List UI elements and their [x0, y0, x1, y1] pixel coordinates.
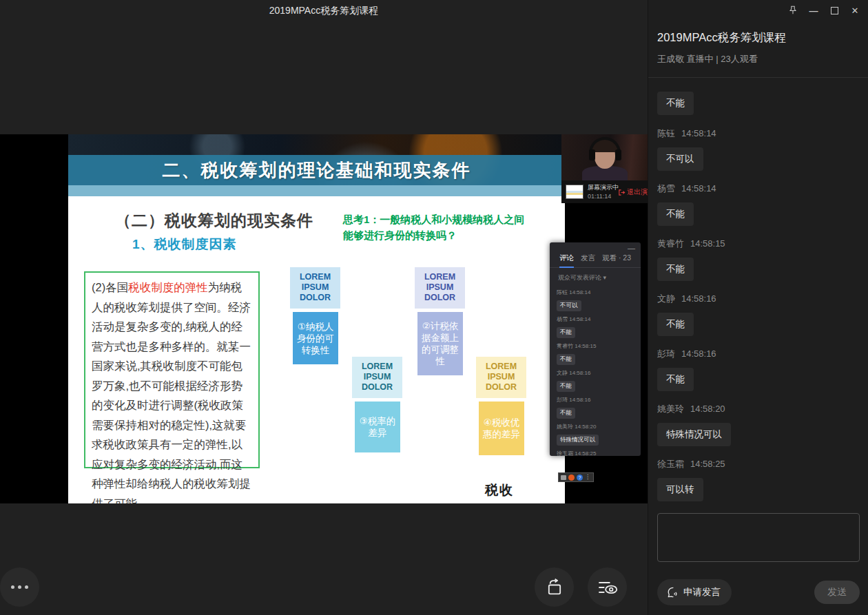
overlay-comment-permission-dropdown[interactable]: 观众可发表评论 ▾ — [550, 268, 641, 285]
more-options-button[interactable] — [0, 567, 39, 607]
chat-message-meta: 彭琦14:58:16 — [657, 348, 860, 360]
pin-icon[interactable] — [788, 6, 798, 15]
chat-message: 黄睿竹14:58:15 不能 — [657, 238, 860, 281]
overlay-message-bubble: 不能 — [557, 408, 575, 419]
overlay-tab-comments[interactable]: 评论 — [559, 253, 574, 263]
chat-bubble: 特殊情况可以 — [657, 423, 731, 446]
attendee-view-button[interactable] — [588, 567, 627, 607]
request-to-speak-button[interactable]: 申请发言 — [657, 579, 732, 605]
panel-divider — [648, 77, 868, 78]
chevron-down-icon: ▾ — [603, 274, 607, 281]
chat-bubble: 不能 — [657, 313, 694, 336]
send-label: 发送 — [827, 586, 847, 598]
overlay-minimize-button[interactable]: — — [628, 244, 635, 252]
overlay-message-bubble: 不可以 — [557, 300, 581, 311]
course-title: 2019MPAcc税务筹划课程 — [657, 30, 786, 45]
overlay-message-meta: 陈钰 14:58:14 — [557, 289, 634, 296]
chat-timestamp: 14:58:14 — [681, 183, 716, 194]
switch-screen-button[interactable] — [535, 567, 574, 607]
overlay-message-meta: 黄睿竹 14:58:15 — [557, 342, 634, 350]
overlay-message-bubble: 不能 — [557, 327, 575, 338]
overlay-message: 文静 14:58:16 不能 — [557, 369, 634, 394]
paragraph-highlight: 税收制度的弹性 — [128, 281, 208, 293]
overlay-notice-label: 观众可发表评论 — [558, 274, 601, 281]
chat-sender-name: 姚美玲 — [657, 404, 684, 414]
overlay-message-bubble: 不能 — [557, 354, 575, 365]
overlay-message: 姚美玲 14:58:20 特殊情况可以 — [557, 423, 634, 448]
overlay-message-meta: 文静 14:58:16 — [557, 369, 634, 377]
chat-timestamp: 14:58:15 — [690, 238, 725, 249]
headphone-earcup-right — [615, 149, 621, 160]
overlay-tab-speak[interactable]: 发言 — [581, 253, 595, 263]
chat-message-meta: 黄睿竹14:58:15 — [657, 238, 860, 250]
chat-bubble-partial: 不能 — [657, 92, 694, 115]
presenter-status: 王成敬 直播中 | 23人观看 — [657, 53, 758, 65]
send-button[interactable]: 发送 — [814, 581, 860, 604]
presenter-webcam — [561, 134, 648, 180]
slide-banner: 二、税收筹划的理论基础和现实条件 — [68, 155, 565, 185]
speaking-face-icon — [665, 586, 679, 599]
exit-presentation-button[interactable]: 退出演示 — [618, 187, 648, 197]
chat-input[interactable] — [657, 513, 860, 562]
maximize-icon — [831, 7, 838, 14]
slide-question-line2: 能够进行身份的转换吗？ — [343, 229, 457, 241]
chat-timestamp: 14:58:25 — [690, 459, 725, 469]
chat-timestamp: 14:58:20 — [690, 404, 725, 414]
paragraph-prefix: (2)各国 — [92, 281, 128, 293]
window-title: 2019MPAcc税务筹划课程 — [0, 5, 648, 17]
lorem-box1-label: ①纳税人身份的可转换性 — [293, 312, 338, 364]
lorem-box3-label: ③税率的差异 — [355, 402, 400, 452]
presenter-video-tile: 屏幕演示中 01:11:14 退出演示 — [561, 134, 648, 203]
slide-subheading: 1、税收制度因素 — [132, 236, 237, 253]
chat-message: 姚美玲14:58:20 特殊情况可以 — [657, 403, 860, 446]
chat-bubble: 不可以 — [657, 147, 703, 171]
chat-message-meta: 文静14:58:16 — [657, 293, 860, 305]
slide-banner-title: 二、税收筹划的理论基础和现实条件 — [163, 158, 471, 183]
overlay-message-meta: 杨雪 14:58:14 — [557, 315, 634, 323]
chat-message-meta: 姚美玲14:58:20 — [657, 403, 860, 415]
share-preview-thumbnail — [566, 185, 583, 199]
chat-timestamp: 14:58:16 — [681, 348, 716, 359]
slide-watermark: 税收 — [485, 481, 514, 499]
slide-question: 思考1：一般纳税人和小规模纳税人之间 能够进行身份的转换吗？ — [343, 211, 557, 243]
chat-message: 彭琦14:58:16 不能 — [657, 348, 860, 391]
minimize-button[interactable]: — — [809, 6, 818, 15]
lorem-box3-header: LOREM IPSUM DOLOR — [352, 357, 402, 398]
overlay-message-list: 陈钰 14:58:14 不可以 杨雪 14:58:14 不能 黄睿竹 14:58… — [550, 285, 641, 456]
chat-message: 文静14:58:16 不能 — [657, 293, 860, 336]
switch-screen-icon — [545, 578, 564, 596]
floating-share-toolbar[interactable]: ? ⋮ — [558, 472, 594, 482]
slide-paragraph-box: (2)各国税收制度的弹性为纳税人的税收筹划提供了空间。经济活动是复杂多变的,纳税… — [84, 271, 260, 468]
overlay-tab-viewers[interactable]: 观看 · 23 — [602, 253, 631, 263]
live-chat-panel: — ✕ 2019MPAcc税务筹划课程 王成敬 直播中 | 23人观看 不能 陈… — [648, 0, 868, 615]
chat-sender-name: 黄睿竹 — [657, 238, 684, 249]
ellipsis-icon — [11, 585, 28, 589]
chat-sender-name: 彭琦 — [657, 348, 675, 359]
list-eye-icon — [597, 579, 618, 596]
chat-message-meta: 杨雪14:58:14 — [657, 183, 860, 195]
slide-banner-strip — [68, 185, 565, 196]
share-status-label: 屏幕演示中 — [588, 183, 619, 192]
chat-message-list: 不能 陈钰14:58:14 不可以 杨雪14:58:14 不能 黄睿竹14:58… — [657, 84, 860, 508]
overlay-message-bubble: 不能 — [557, 381, 575, 392]
chat-sender-name: 徐玉霜 — [657, 459, 684, 469]
chat-bubble: 不能 — [657, 368, 694, 391]
overlay-message: 彭琦 14:58:16 不能 — [557, 396, 634, 421]
lorem-box2-header: LOREM IPSUM DOLOR — [415, 267, 465, 309]
panel-bottom-bar: 申请发言 发送 — [657, 579, 860, 605]
close-button[interactable]: ✕ — [850, 6, 860, 15]
chat-timestamp: 14:58:16 — [681, 293, 716, 304]
presentation-slide: 二、税收筹划的理论基础和现实条件 （二）税收筹划的现实条件 1、税收制度因素 思… — [68, 134, 565, 503]
headphone-earcup-left — [589, 149, 595, 160]
chat-bubble: 不能 — [657, 258, 694, 281]
maximize-button[interactable] — [829, 6, 839, 15]
share-timer: 01:11:14 — [588, 192, 619, 201]
overlay-chat-panel: — 评论 发言 观看 · 23 观众可发表评论 ▾ 陈钰 14:58:14 不可… — [550, 242, 641, 456]
lorem-box4-label: ④税收优惠的差异 — [479, 402, 524, 455]
chat-sender-name: 杨雪 — [657, 183, 675, 194]
share-status-texts: 屏幕演示中 01:11:14 — [588, 183, 619, 201]
paragraph-rest: 为纳税人的税收筹划提供了空间。经济活动是复杂多变的,纳税人的经营方式也是多种多样… — [92, 281, 251, 503]
chat-message-meta: 陈钰14:58:14 — [657, 127, 860, 140]
overlay-message-meta: 彭琦 14:58:16 — [557, 396, 634, 404]
chat-sender-name: 文静 — [657, 293, 675, 304]
